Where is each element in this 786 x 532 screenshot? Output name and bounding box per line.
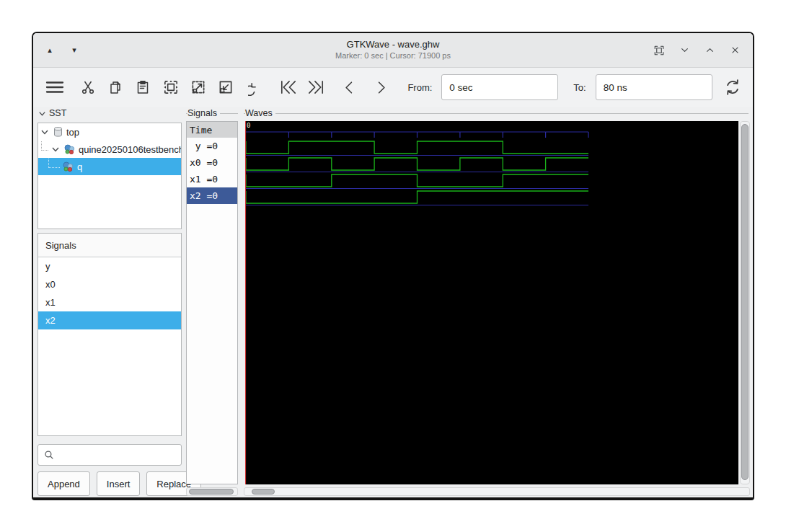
paste-clipboard-icon: [135, 79, 151, 95]
zoom-out-shrink-icon: [217, 79, 234, 96]
chevron-down-icon: [679, 44, 691, 56]
left-sidebar: SST top: [36, 107, 183, 497]
titlebar[interactable]: ▴ ▾ GTKWave - wave.ghw Marker: 0 sec | C…: [33, 33, 753, 68]
step-forward-button[interactable]: [370, 74, 392, 101]
cut-button[interactable]: [76, 74, 99, 101]
keep-above-button[interactable]: ▴: [43, 44, 56, 57]
chevron-right-icon: [373, 79, 389, 96]
tree-guide-line: [41, 141, 48, 151]
chevron-up-icon: [704, 44, 716, 56]
signal-row-x1[interactable]: x1 =0: [187, 171, 237, 187]
waves-frame-line: [244, 113, 749, 114]
expander-chevron-icon[interactable]: [50, 144, 61, 154]
signal-list-item-x0[interactable]: x0: [38, 275, 181, 293]
to-input[interactable]: [596, 74, 712, 100]
close-icon: [729, 44, 741, 56]
zoom-in-button[interactable]: [187, 74, 209, 101]
tree-item-label: quine20250106testbench: [79, 144, 181, 155]
module-spheres-icon: [62, 161, 74, 172]
go-to-end-button[interactable]: [305, 74, 327, 101]
signal-row-x2[interactable]: x2 =0: [187, 187, 237, 204]
scrollbar-thumb[interactable]: [189, 489, 234, 495]
search-input[interactable]: [37, 444, 182, 466]
signal-search-panel: Signals y x0 x1 x2: [37, 233, 182, 436]
paste-button[interactable]: [132, 74, 154, 101]
signal-row-x0[interactable]: x0 =0: [187, 154, 237, 171]
minimize-button[interactable]: [678, 44, 691, 57]
waves-horizontal-scrollbar[interactable]: [244, 487, 750, 496]
undo-button[interactable]: [245, 74, 268, 101]
toolbar: From: To:: [33, 68, 753, 107]
scrollbar-thumb[interactable]: [741, 124, 749, 480]
sst-expander-chevron-icon: [37, 109, 47, 118]
module-spheres-icon: [63, 143, 76, 155]
waveform-display[interactable]: 0: [245, 121, 738, 484]
chevron-left-icon: [341, 79, 358, 96]
waveform-canvas: [245, 121, 738, 484]
maximize-button[interactable]: [703, 44, 716, 57]
reload-button[interactable]: [722, 74, 744, 101]
go-to-start-button[interactable]: [277, 74, 299, 101]
signal-row-y[interactable]: y =0: [187, 138, 237, 154]
menu-button[interactable]: [43, 74, 66, 101]
signals-horizontal-scrollbar[interactable]: [186, 487, 238, 496]
copy-button[interactable]: [105, 74, 127, 101]
tree-item-label: q: [77, 161, 82, 172]
signals-frame-label: Signals: [187, 108, 220, 118]
to-label: To:: [573, 82, 586, 93]
fullscreen-icon: [653, 44, 666, 57]
scrollbar-thumb[interactable]: [252, 489, 275, 495]
signal-list-item-x1[interactable]: x1: [38, 293, 181, 311]
tree-item-label: top: [66, 127, 79, 138]
search-icon: [43, 449, 55, 461]
keep-below-button[interactable]: ▾: [68, 44, 81, 57]
reload-refresh-icon: [723, 78, 742, 97]
signal-action-buttons: Append Insert Replace: [37, 471, 201, 496]
signal-search-box: [37, 444, 182, 466]
signals-panel: Signals Time y =0 x0 =0 x1 =0 x2 =0: [186, 107, 238, 497]
undo-arrow-icon: [248, 79, 265, 96]
zoom-out-button[interactable]: [215, 74, 237, 101]
tree-item-top[interactable]: top: [38, 123, 181, 141]
cut-scissors-icon: [80, 79, 96, 95]
hamburger-menu-icon: [45, 79, 65, 96]
tree-item-q[interactable]: q: [38, 158, 181, 175]
expander-chevron-icon[interactable]: [40, 127, 50, 137]
signals-name-list: Time y =0 x0 =0 x1 =0 x2 =0: [186, 121, 238, 484]
waves-frame-label: Waves: [245, 108, 275, 118]
signal-search-header: Signals: [38, 234, 181, 257]
waves-vertical-scrollbar[interactable]: [740, 121, 750, 484]
sst-tree: top quine20250106testbench: [37, 123, 182, 229]
window-title: GTKWave - wave.ghw: [33, 39, 753, 50]
zoom-fit-icon: [162, 79, 180, 96]
close-button[interactable]: [728, 44, 741, 57]
skip-to-start-icon: [279, 79, 298, 96]
sst-label: SST: [49, 108, 66, 118]
skip-to-end-icon: [306, 79, 325, 96]
database-cylinder-icon: [53, 126, 63, 138]
tree-item-testbench[interactable]: quine20250106testbench: [38, 141, 181, 158]
sst-header[interactable]: SST: [37, 108, 66, 118]
zoom-fit-button[interactable]: [159, 74, 182, 101]
insert-button[interactable]: Insert: [97, 471, 141, 496]
fullscreen-button[interactable]: [653, 44, 666, 57]
signal-list-item-x2[interactable]: x2: [38, 311, 181, 329]
from-input[interactable]: [441, 74, 558, 100]
step-back-button[interactable]: [338, 74, 361, 101]
marker-cursor-status: Marker: 0 sec | Cursor: 71900 ps: [33, 51, 753, 61]
timeline-origin-label: 0: [247, 122, 250, 129]
tree-guide-line: [48, 159, 60, 168]
gtkwave-window: ▴ ▾ GTKWave - wave.ghw Marker: 0 sec | C…: [32, 32, 754, 500]
copy-icon: [107, 79, 123, 95]
append-button[interactable]: Append: [37, 471, 90, 496]
from-label: From:: [407, 82, 432, 93]
main-content: SST top: [33, 107, 753, 497]
time-header[interactable]: Time: [187, 122, 237, 138]
signal-list-item-y[interactable]: y: [38, 257, 181, 275]
zoom-in-expand-icon: [190, 79, 207, 96]
waves-panel: Waves 0: [244, 107, 750, 497]
